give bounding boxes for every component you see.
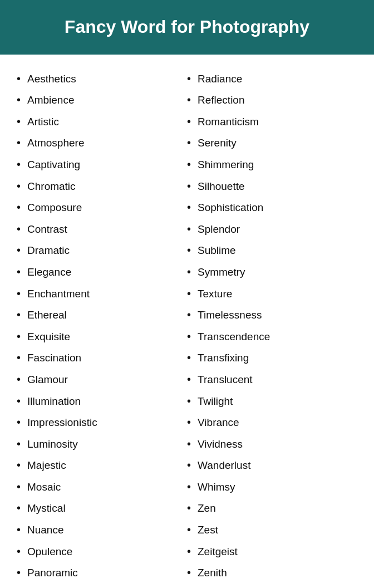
list-item: •Sophistication [187, 197, 357, 218]
bullet-icon: • [187, 178, 191, 194]
list-item: •Ethereal [17, 304, 187, 326]
list-item: •Symmetry [187, 261, 357, 283]
list-item: •Zeitgeist [187, 541, 357, 562]
bullet-icon: • [17, 242, 21, 258]
word-label: Opulence [27, 545, 72, 560]
word-label: Translucent [198, 373, 253, 388]
list-item: •Mosaic [17, 476, 187, 498]
bullet-icon: • [17, 156, 21, 172]
bullet-icon: • [17, 135, 21, 150]
list-item: •Dramatic [17, 239, 187, 261]
list-item: •Illumination [17, 390, 187, 412]
bullet-icon: • [187, 329, 191, 344]
list-item: •Luminosity [17, 433, 187, 455]
list-item: •Serenity [187, 132, 357, 154]
bullet-icon: • [187, 307, 191, 322]
bullet-icon: • [17, 414, 21, 430]
word-label: Contrast [27, 222, 67, 237]
bullet-icon: • [17, 436, 21, 452]
word-label: Elegance [27, 265, 71, 280]
list-item: •Nuance [17, 519, 187, 541]
bullet-icon: • [17, 307, 21, 322]
list-item: •Vividness [187, 433, 357, 455]
word-label: Serenity [198, 136, 237, 151]
bullet-icon: • [17, 286, 21, 301]
list-item: •Texture [187, 283, 357, 305]
word-label: Ambience [27, 93, 75, 108]
list-item: •Zenith [187, 562, 357, 584]
list-item: •Zest [187, 519, 357, 541]
word-label: Timelessness [198, 308, 262, 323]
word-label: Sophistication [198, 200, 263, 215]
list-item: •Contrast [17, 218, 187, 240]
list-item: •Captivating [17, 154, 187, 175]
bullet-icon: • [17, 199, 21, 215]
list-item: •Silhouette [187, 175, 357, 197]
list-item: •Enchantment [17, 283, 187, 305]
list-item: •Romanticism [187, 111, 357, 133]
bullet-icon: • [187, 500, 191, 516]
list-item: •Whimsy [187, 476, 357, 498]
word-label: Symmetry [198, 265, 245, 280]
word-label: Sublime [198, 243, 236, 258]
bullet-icon: • [17, 221, 21, 237]
list-item: •Zen [187, 497, 357, 519]
bullet-icon: • [187, 71, 191, 86]
list-item: •Sublime [187, 239, 357, 261]
word-label: Enchantment [27, 287, 90, 302]
word-label: Radiance [198, 72, 242, 87]
list-item: •Wanderlust [187, 454, 357, 476]
bullet-icon: • [187, 135, 191, 150]
word-label: Luminosity [27, 437, 78, 452]
word-label: Chromatic [27, 179, 76, 194]
bullet-icon: • [187, 92, 191, 107]
list-item: •Ambience [17, 89, 187, 111]
word-label: Transfixing [198, 351, 249, 366]
list-item: •Shimmering [187, 154, 357, 175]
list-item: •Radiance [187, 68, 357, 90]
list-item: •Splendor [187, 218, 357, 240]
word-label: Glamour [27, 373, 68, 388]
bullet-icon: • [17, 371, 21, 387]
list-item: •Reflection [187, 89, 357, 111]
word-label: Shimmering [198, 158, 254, 173]
word-label: Exquisite [27, 330, 70, 345]
bullet-icon: • [17, 71, 21, 86]
bullet-icon: • [17, 114, 21, 129]
list-item: •Atmosphere [17, 132, 187, 154]
bullet-icon: • [187, 565, 191, 580]
bullet-icon: • [187, 114, 191, 129]
page-header: Fancy Word for Photography [0, 0, 374, 55]
bullet-icon: • [187, 522, 191, 537]
word-label: Twilight [198, 394, 233, 409]
bullet-icon: • [187, 350, 191, 365]
list-item: •Mystical [17, 497, 187, 519]
bullet-icon: • [17, 500, 21, 516]
bullet-icon: • [17, 457, 21, 473]
word-label: Atmosphere [27, 136, 84, 151]
word-label: Dramatic [27, 243, 70, 258]
word-label: Majestic [27, 458, 66, 473]
list-item: •Transfixing [187, 347, 357, 369]
list-item: •Aesthetics [17, 68, 187, 90]
list-item: •Transcendence [187, 326, 357, 347]
left-column: •Aesthetics•Ambience•Artistic•Atmosphere… [17, 68, 187, 588]
bullet-icon: • [187, 436, 191, 452]
bullet-icon: • [17, 565, 21, 580]
content-area: •Aesthetics•Ambience•Artistic•Atmosphere… [0, 55, 374, 588]
list-item: •Fascination [17, 347, 187, 369]
bullet-icon: • [17, 329, 21, 344]
word-label: Texture [198, 287, 232, 302]
list-item: •Translucent [187, 369, 357, 390]
word-label: Artistic [27, 115, 59, 130]
bullet-icon: • [17, 543, 21, 559]
page-title: Fancy Word for Photography [22, 16, 352, 39]
list-item: •Majestic [17, 454, 187, 476]
list-item: •Elegance [17, 261, 187, 283]
word-label: Nuance [27, 523, 64, 538]
word-label: Ethereal [27, 308, 67, 323]
word-label: Captivating [27, 158, 80, 173]
bullet-icon: • [187, 457, 191, 473]
word-label: Silhouette [198, 179, 245, 194]
bullet-icon: • [17, 479, 21, 494]
